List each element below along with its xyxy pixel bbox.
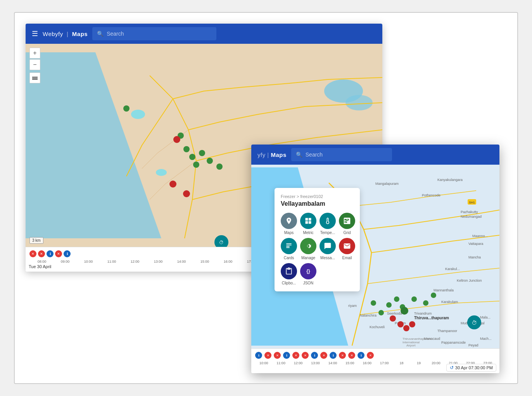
popup-label-json: JSON [303, 281, 314, 285]
tl-front-dot-7: ℹ [311, 352, 318, 359]
svg-text:Mangalapuram: Mangalapuram [375, 182, 399, 186]
tl-label-2: 09:00 [54, 260, 77, 263]
timeline-dot-red-3: ✕ [55, 250, 62, 257]
popup-label-manage: Manage [301, 256, 315, 260]
popup-item-cards[interactable]: Cards [281, 238, 297, 260]
popup-icon-maps [281, 213, 297, 229]
svg-point-59 [386, 302, 392, 308]
svg-rect-22 [32, 79, 38, 80]
search-placeholder-front: Search [306, 152, 323, 158]
timeline-dot-red-2: ✕ [38, 250, 45, 257]
tl-front-label-6: 15:00 [341, 361, 358, 365]
popup-icon-tempe [320, 213, 336, 229]
svg-text:Karakul...: Karakul... [445, 267, 460, 271]
svg-point-66 [397, 321, 404, 327]
svg-text:Manacaud: Manacaud [424, 337, 440, 341]
popup-breadcrumb: Freezer > freezer0102 [281, 194, 354, 199]
zoom-out-button[interactable]: − [29, 59, 40, 70]
search-placeholder-back: Search [107, 31, 124, 37]
tl-front-label-2: 11:00 [272, 361, 289, 365]
tl-label-3: 10:00 [77, 260, 100, 263]
svg-point-57 [371, 300, 376, 306]
popup-label-clipbo: Clipbo... [282, 281, 296, 285]
timeline-dot-blue-1: ℹ [47, 250, 54, 257]
svg-point-16 [169, 181, 176, 188]
popup-item-metric[interactable]: Metric [300, 213, 316, 235]
zoom-in-button[interactable]: + [29, 48, 40, 59]
layers-button[interactable] [29, 72, 40, 83]
tl-front-dot-3: ✕ [274, 352, 281, 359]
svg-text:Mancha: Mancha [468, 255, 481, 259]
popup-item-grid[interactable]: Grid [339, 213, 355, 235]
svg-point-61 [411, 296, 417, 302]
svg-text:Thampanoor: Thampanoor [437, 329, 457, 333]
svg-point-62 [423, 300, 428, 306]
popup-icon-json: {} [300, 263, 316, 279]
tl-front-label-7: 16:00 [359, 361, 376, 365]
search-icon-back: 🔍 [97, 31, 104, 37]
svg-point-65 [390, 315, 396, 322]
popup-title: Vellayambalam [281, 200, 354, 207]
svg-text:Pappanamcode: Pappanamcode [441, 341, 466, 344]
popup-item-clipbo[interactable]: Clipbo... [281, 263, 297, 285]
popup-item-messa[interactable]: Messa... [320, 238, 336, 260]
brand-name-front: yfy | Maps [257, 152, 287, 158]
svg-point-9 [183, 146, 190, 152]
popup-icon-email [339, 238, 355, 254]
tl-front-label-11: 20:00 [427, 361, 444, 365]
timeline-dot-red-1: ✕ [29, 250, 36, 257]
popup-grid: Maps Metric Tempe... [281, 213, 354, 285]
svg-text:Keltron Junction: Keltron Junction [457, 279, 482, 282]
tl-front-dot-8: ✕ [320, 352, 327, 359]
svg-point-17 [183, 190, 190, 197]
popup-icon-metric [300, 213, 316, 229]
popup-card: Freezer > freezer0102 Vellayambalam Maps [275, 188, 360, 291]
popup-icon-grid [339, 213, 355, 229]
tl-label-8: 15:00 [193, 260, 216, 263]
tl-front-dot-9: ℹ [330, 352, 337, 359]
tl-label-7: 14:00 [170, 260, 193, 263]
svg-point-12 [199, 150, 205, 156]
popup-item-maps[interactable]: Maps [281, 213, 297, 235]
tl-front-dot-1: ℹ [255, 352, 262, 359]
popup-item-email[interactable]: Email [339, 238, 355, 260]
popup-item-manage[interactable]: Manage [300, 238, 316, 260]
search-bar-back[interactable]: 🔍 Search [92, 27, 216, 40]
timestamp-badge: ↺ 30 Apr 07:30:00 PM [446, 364, 496, 372]
svg-point-60 [394, 296, 399, 302]
brand-name-back: Webyfy | Maps [43, 31, 88, 37]
popup-label-email: Email [342, 256, 352, 260]
svg-point-69 [401, 307, 408, 315]
tl-front-dot-4: ℹ [283, 352, 290, 359]
popup-item-tempe[interactable]: Tempe... [320, 213, 336, 235]
svg-point-14 [216, 164, 223, 170]
search-bar-front[interactable]: 🔍 Search [291, 148, 392, 161]
svg-point-68 [409, 321, 415, 327]
popup-icon-manage [300, 238, 316, 254]
svg-point-11 [193, 162, 199, 168]
tl-front-dot-10: ✕ [339, 352, 346, 359]
svg-text:Kochuveli: Kochuveli [370, 325, 385, 329]
svg-text:Thiruva...thapuram: Thiruva...thapuram [414, 316, 449, 320]
tl-front-dot-5: ✕ [292, 352, 299, 359]
svg-text:⏱: ⏱ [472, 320, 477, 326]
timeline-dot-blue-2: ℹ [64, 250, 71, 257]
svg-text:Vattapara: Vattapara [468, 242, 483, 246]
svg-text:Mach...: Mach... [480, 337, 492, 341]
timeline-front: ℹ ✕ ✕ ℹ ✕ ✕ ℹ ✕ ℹ ✕ ✕ ℹ ✕ 10:00 11:00 12… [251, 348, 499, 373]
hamburger-icon[interactable]: ☰ [32, 29, 38, 38]
popup-label-grid: Grid [344, 231, 351, 235]
tl-front-label-5: 14:00 [324, 361, 341, 365]
tl-front-label-8: 17:00 [376, 361, 393, 365]
popup-label-messa: Messa... [320, 256, 335, 260]
svg-point-58 [378, 310, 384, 315]
tl-front-dot-12: ℹ [358, 352, 364, 359]
popup-item-json[interactable]: {} JSON [300, 263, 316, 285]
svg-text:Kanyakulangara: Kanyakulangara [437, 178, 463, 182]
tl-front-label-1: 10:00 [255, 361, 272, 365]
scale-bar-back: 3 km [29, 237, 43, 244]
svg-text:Mannanthala: Mannanthala [434, 288, 454, 292]
svg-text:Airport: Airport [406, 344, 416, 347]
svg-point-4 [131, 110, 145, 119]
svg-text:Pazhakutty: Pazhakutty [461, 210, 478, 214]
